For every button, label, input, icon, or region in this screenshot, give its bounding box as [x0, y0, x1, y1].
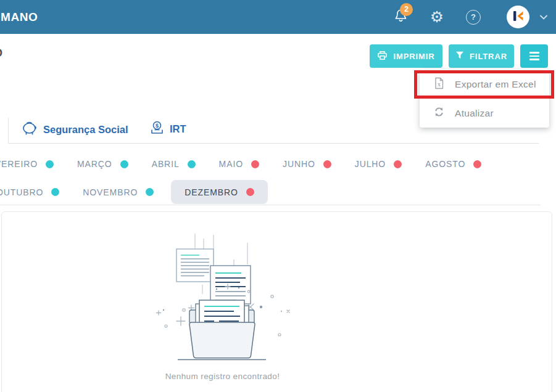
status-dot: [51, 188, 59, 196]
empty-state-message: Nenhum registro encontrado!: [165, 372, 280, 381]
more-actions-button[interactable]: [520, 44, 548, 68]
month-tab-marco[interactable]: MARÇO: [77, 159, 128, 169]
notification-badge: 2: [400, 3, 413, 16]
status-dot: [46, 160, 54, 168]
month-tab-fevereiro[interactable]: FEVEREIRO: [0, 159, 54, 169]
menu-item-export-excel[interactable]: x Exportar em Excel: [420, 70, 549, 99]
content-card: Nenhum registro encontrado!: [1, 211, 552, 392]
avatar-logo-k: [512, 9, 525, 25]
month-tab-maio[interactable]: MAIO: [219, 159, 259, 169]
svg-text:x: x: [438, 80, 441, 87]
funnel-icon: [455, 51, 464, 61]
month-tabs-row-2: OUTUBRO NOVEMBRO DEZEMBRO: [0, 180, 268, 204]
notifications-button[interactable]: 2: [392, 8, 409, 27]
month-tab-julho[interactable]: JULHO: [355, 159, 402, 169]
refresh-icon: [434, 107, 444, 120]
context-menu: x Exportar em Excel Atualizar: [420, 70, 549, 128]
avatar[interactable]: [507, 6, 529, 28]
status-dot: [473, 160, 481, 168]
brand-logo[interactable]: MANO: [1, 10, 38, 24]
filter-button[interactable]: FILTRAR: [449, 44, 514, 68]
menu-item-refresh[interactable]: Atualizar: [420, 99, 549, 128]
chevron-down-icon[interactable]: [540, 15, 547, 20]
status-dot: [120, 160, 128, 168]
page-title-fragment: O: [0, 47, 3, 59]
printer-icon: [377, 51, 388, 62]
toolbar: IMPRIMIR FILTRAR: [370, 44, 548, 68]
month-tab-dezembro-active[interactable]: DEZEMBRO: [171, 180, 268, 204]
empty-state: Nenhum registro encontrado!: [2, 212, 443, 381]
status-dot: [394, 160, 402, 168]
month-tab-novembro[interactable]: NOVEMBRO: [83, 187, 154, 197]
print-button[interactable]: IMPRIMIR: [370, 44, 442, 68]
tabs-underline: [8, 143, 539, 144]
tab-irt[interactable]: $ IRT: [150, 121, 186, 137]
status-dot: [246, 188, 254, 196]
app-header: MANO 2 ⚙ ?: [0, 0, 556, 34]
month-tab-outubro[interactable]: OUTUBRO: [0, 187, 59, 197]
status-dot: [188, 160, 196, 168]
month-tab-junho[interactable]: JUNHO: [283, 159, 331, 169]
money-deposit-icon: $: [150, 121, 164, 137]
status-dot: [251, 160, 259, 168]
help-button[interactable]: ?: [465, 8, 481, 27]
settings-button[interactable]: ⚙: [429, 8, 445, 27]
piggy-bank-icon: [22, 121, 38, 138]
hamburger-menu-icon: [529, 52, 539, 60]
gear-icon: ⚙: [430, 9, 444, 25]
tab-seguranca-social[interactable]: Segurança Social: [22, 121, 128, 138]
empty-state-illustration: [155, 232, 291, 363]
status-dot: [146, 188, 154, 196]
tab-divider: [8, 118, 9, 143]
help-icon: ?: [466, 10, 481, 25]
header-actions: 2 ⚙ ?: [392, 6, 547, 28]
month-tabs-row-1: FEVEREIRO MARÇO ABRIL MAIO JUNHO JULHO A…: [0, 159, 481, 169]
month-tab-abril[interactable]: ABRIL: [152, 159, 196, 169]
screen: MANO 2 ⚙ ?: [0, 0, 556, 392]
status-dot: [323, 160, 331, 168]
month-tab-agosto[interactable]: AGOSTO: [425, 159, 481, 169]
months-underline: [0, 205, 541, 205]
svg-text:$: $: [156, 123, 159, 129]
excel-file-icon: x: [434, 77, 444, 92]
